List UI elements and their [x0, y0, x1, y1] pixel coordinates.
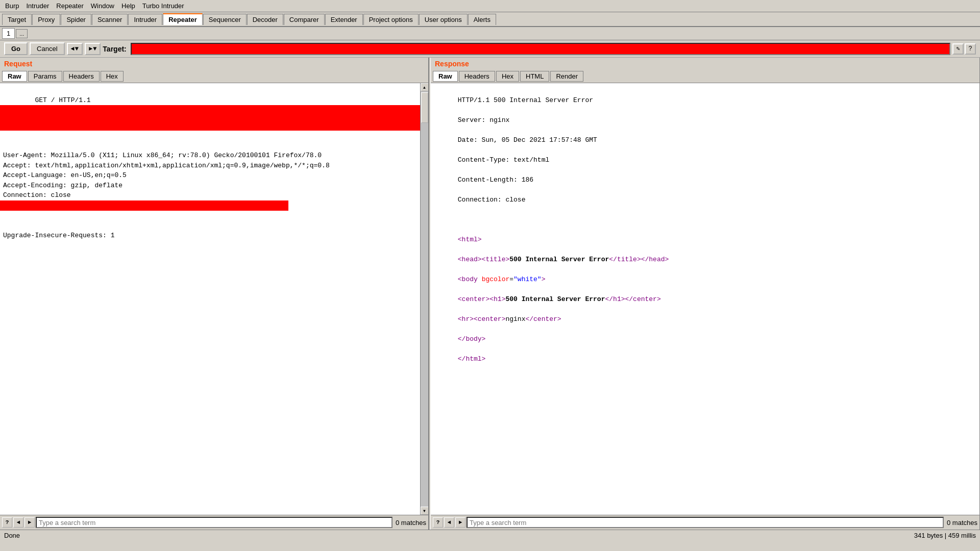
search-prev-button[interactable]: ◄ [13, 517, 23, 528]
repeater-tabs: 1 ... [0, 27, 980, 40]
response-tab-hex[interactable]: Hex [496, 71, 519, 82]
main-content: Request Raw Params Headers Hex GET / HTT… [0, 58, 980, 530]
request-line-get: GET / HTTP/1.1 [35, 96, 90, 104]
request-red-block-1: ​ [0, 105, 420, 131]
tab-alerts[interactable]: Alerts [468, 14, 496, 25]
menu-help[interactable]: Help [118, 1, 138, 11]
response-line-3: Date: Sun, 05 Dec 2021 17:57:48 GMT [458, 136, 597, 144]
request-scrollbar-area: GET / HTTP/1.1 ​ User-Agent: Mozilla/5.0… [0, 83, 428, 515]
menu-bar: Burp Intruder Repeater Window Help Turbo… [0, 0, 980, 12]
tab-repeater[interactable]: Repeater [163, 13, 203, 25]
request-search-bar: ? ◄ ► 0 matches [0, 515, 428, 530]
response-line-5: Content-Length: 186 [458, 176, 533, 184]
request-header: Request [0, 58, 428, 70]
go-button[interactable]: Go [4, 42, 28, 55]
prev-dropdown-icon: ▼ [75, 45, 79, 53]
response-tab-raw[interactable]: Raw [433, 71, 458, 82]
menu-intruder[interactable]: Intruder [23, 1, 52, 11]
request-tabs: Raw Params Headers Hex [0, 70, 428, 83]
next-arrow-icon: ► [89, 45, 92, 53]
tab-user-options[interactable]: User options [419, 14, 468, 25]
target-action-buttons: ✎ ? [952, 43, 976, 55]
tab-proxy[interactable]: Proxy [32, 14, 60, 25]
response-html-open: <html> [458, 236, 482, 243]
target-help-button[interactable]: ? [965, 43, 976, 55]
toolbar: Go Cancel ◄ ▼ ► ▼ Target: ✎ ? [0, 40, 980, 58]
response-hr-line: <hr><center>nginx</center> [458, 315, 561, 323]
response-tab-html[interactable]: HTML [520, 71, 549, 82]
response-panel: Response Raw Headers Hex HTML Render HTT… [431, 58, 980, 530]
response-body-close: </body> [458, 335, 486, 343]
response-tab-render[interactable]: Render [550, 71, 583, 82]
tab-comparer[interactable]: Comparer [284, 14, 325, 25]
prev-nav-button[interactable]: ◄ ▼ [67, 43, 83, 55]
request-line-upgrade: Upgrade-Insecure-Requests: 1 [3, 232, 114, 239]
request-tab-raw[interactable]: Raw [2, 71, 27, 82]
search-help-button[interactable]: ? [2, 517, 12, 528]
request-search-input[interactable] [36, 517, 393, 528]
response-html-close: </html> [458, 355, 486, 363]
next-nav-button[interactable]: ► ▼ [85, 43, 101, 55]
repeater-tab-1[interactable]: 1 [2, 28, 15, 39]
response-text-content[interactable]: HTTP/1.1 500 Internal Server Error Serve… [431, 83, 979, 515]
scrollbar-thumb[interactable] [421, 92, 428, 123]
response-header: Response [431, 58, 979, 70]
tab-project-options[interactable]: Project options [363, 14, 419, 25]
menu-repeater[interactable]: Repeater [53, 1, 86, 11]
tab-extender[interactable]: Extender [325, 14, 363, 25]
menu-turbo-intruder[interactable]: Turbo Intruder [139, 1, 187, 11]
status-left: Done [4, 532, 20, 539]
target-input[interactable] [131, 43, 950, 55]
request-red-block-2: ​ [0, 201, 288, 211]
status-bar: Done 341 bytes | 459 millis [0, 530, 980, 541]
repeater-tab-more[interactable]: ... [16, 29, 28, 38]
response-tabs: Raw Headers Hex HTML Render [431, 70, 979, 83]
target-label: Target: [103, 45, 126, 53]
prev-arrow-icon: ◄ [71, 45, 75, 53]
request-panel: Request Raw Params Headers Hex GET / HTT… [0, 58, 429, 530]
response-line-2: Server: nginx [458, 116, 509, 124]
response-head-line: <head><title>500 Internal Server Error</… [458, 256, 669, 263]
response-line-4: Content-Type: text/html [458, 156, 549, 164]
response-search-input[interactable] [467, 517, 944, 528]
request-scrollbar[interactable]: ▲ ▼ [420, 83, 428, 515]
request-tab-headers[interactable]: Headers [63, 71, 100, 82]
next-dropdown-icon: ▼ [93, 45, 96, 53]
main-tabs: Target Proxy Spider Scanner Intruder Rep… [0, 12, 980, 27]
scrollbar-down-icon[interactable]: ▼ [421, 507, 429, 515]
response-line-6: Connection: close [458, 196, 526, 204]
menu-window[interactable]: Window [88, 1, 117, 11]
response-line-1: HTTP/1.1 500 Internal Server Error [458, 96, 593, 104]
target-edit-button[interactable]: ✎ [952, 43, 964, 55]
request-line-useragent: User-Agent: Mozilla/5.0 (X11; Linux x86_… [3, 152, 330, 199]
tab-intruder[interactable]: Intruder [128, 14, 162, 25]
scrollbar-up-icon[interactable]: ▲ [421, 83, 429, 91]
search-next-button[interactable]: ► [24, 517, 35, 528]
response-tab-headers[interactable]: Headers [459, 71, 495, 82]
request-tab-params[interactable]: Params [28, 71, 62, 82]
response-search-prev-button[interactable]: ◄ [444, 517, 454, 528]
request-tab-hex[interactable]: Hex [101, 71, 124, 82]
request-text-content[interactable]: GET / HTTP/1.1 ​ User-Agent: Mozilla/5.0… [0, 83, 420, 515]
tab-scanner[interactable]: Scanner [92, 14, 128, 25]
response-search-help-button[interactable]: ? [433, 517, 443, 528]
cancel-button[interactable]: Cancel [30, 42, 64, 55]
tab-sequencer[interactable]: Sequencer [203, 14, 247, 25]
response-search-next-button[interactable]: ► [455, 517, 465, 528]
scrollbar-track[interactable] [421, 91, 429, 507]
response-matches-label: 0 matches [947, 519, 977, 527]
response-center-h1: <center><h1>500 Internal Server Error</h… [458, 295, 661, 303]
tab-decoder[interactable]: Decoder [247, 14, 283, 25]
menu-burp[interactable]: Burp [2, 1, 22, 11]
response-search-bar: ? ◄ ► 0 matches [431, 515, 979, 530]
status-right: 341 bytes | 459 millis [914, 532, 976, 539]
response-body-open: <body bgcolor="white"> [458, 276, 546, 283]
request-matches-label: 0 matches [396, 519, 426, 527]
tab-spider[interactable]: Spider [61, 14, 91, 25]
tab-target[interactable]: Target [2, 14, 32, 25]
